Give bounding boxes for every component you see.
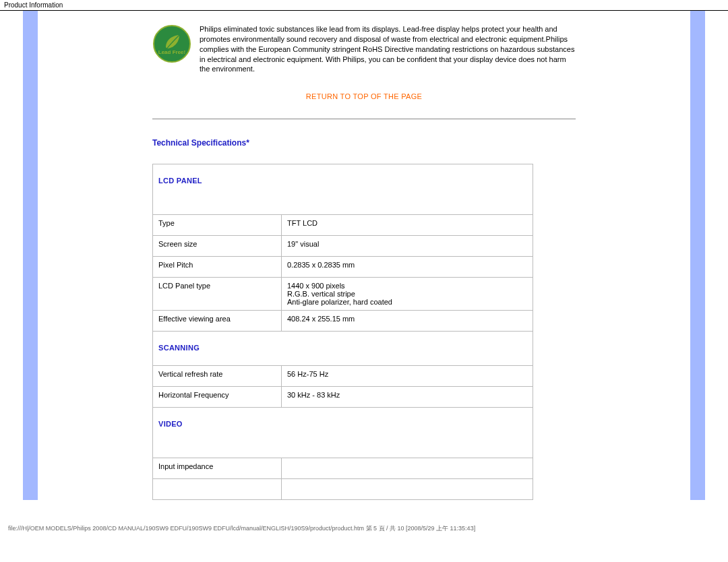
spec-value: 56 Hz-75 Hz bbox=[282, 366, 533, 386]
spec-label: Type bbox=[153, 215, 281, 235]
table-row: Effective viewing area408.24 x 255.15 mm bbox=[153, 311, 533, 331]
table-row: LCD Panel type1440 x 900 pixels R.G.B. v… bbox=[153, 278, 533, 310]
spec-label: Effective viewing area bbox=[153, 311, 281, 331]
table-row-group-head: SCANNING bbox=[153, 332, 533, 365]
spec-value bbox=[282, 458, 533, 478]
decor-bar-left bbox=[23, 11, 38, 500]
footer-file-path: file:///H|/OEM MODELS/Philips 2008/CD MA… bbox=[0, 520, 728, 537]
table-row: Horizontal Frequency30 kHz - 83 kHz bbox=[153, 387, 533, 407]
technical-spec-heading: Technical Specifications* bbox=[152, 138, 576, 148]
leaf-icon: Lead Free! bbox=[152, 24, 191, 63]
page-body: Lead Free! Philips eliminated toxic subs… bbox=[0, 11, 728, 520]
spec-label: Screen size bbox=[153, 236, 281, 256]
spec-value: 1440 x 900 pixels R.G.B. vertical stripe… bbox=[282, 278, 533, 310]
spec-label: Input impedance bbox=[153, 458, 281, 478]
group-video: VIDEO bbox=[153, 408, 533, 458]
return-top-wrap: RETURN TO TOP OF THE PAGE bbox=[152, 92, 576, 101]
spec-label bbox=[153, 479, 281, 499]
spec-label: Vertical refresh rate bbox=[153, 366, 281, 386]
spec-value: TFT LCD bbox=[282, 215, 533, 235]
spec-label: Pixel Pitch bbox=[153, 257, 281, 277]
intro-paragraph: Philips eliminated toxic substances like… bbox=[200, 24, 576, 74]
spec-value bbox=[282, 479, 533, 499]
section-divider bbox=[152, 119, 576, 119]
table-row: Pixel Pitch0.2835 x 0.2835 mm bbox=[153, 257, 533, 277]
table-row: Vertical refresh rate56 Hz-75 Hz bbox=[153, 366, 533, 386]
return-top-link[interactable]: RETURN TO TOP OF THE PAGE bbox=[306, 92, 422, 100]
spec-value: 19" visual bbox=[282, 236, 533, 256]
page-header-title: Product Information bbox=[0, 0, 728, 10]
table-row: Input impedance bbox=[153, 458, 533, 478]
group-lcd-panel: LCD PANEL bbox=[153, 164, 533, 214]
table-row: TypeTFT LCD bbox=[153, 215, 533, 235]
badge-label-text: Lead Free! bbox=[158, 49, 185, 55]
spec-table: LCD PANEL TypeTFT LCD Screen size19" vis… bbox=[152, 164, 533, 500]
spec-value: 0.2835 x 0.2835 mm bbox=[282, 257, 533, 277]
spec-label: Horizontal Frequency bbox=[153, 387, 281, 407]
decor-bar-right bbox=[690, 11, 705, 500]
table-row-group-head: LCD PANEL bbox=[153, 164, 533, 214]
group-scanning: SCANNING bbox=[153, 332, 533, 365]
spec-value: 30 kHz - 83 kHz bbox=[282, 387, 533, 407]
table-row: Screen size19" visual bbox=[153, 236, 533, 256]
table-row-group-head: VIDEO bbox=[153, 408, 533, 458]
table-row bbox=[153, 479, 533, 499]
content-column: Lead Free! Philips eliminated toxic subs… bbox=[39, 11, 689, 500]
spec-value: 408.24 x 255.15 mm bbox=[282, 311, 533, 331]
spec-label: LCD Panel type bbox=[153, 278, 281, 310]
intro-block: Lead Free! Philips eliminated toxic subs… bbox=[152, 11, 576, 74]
lead-free-badge: Lead Free! bbox=[152, 24, 191, 63]
